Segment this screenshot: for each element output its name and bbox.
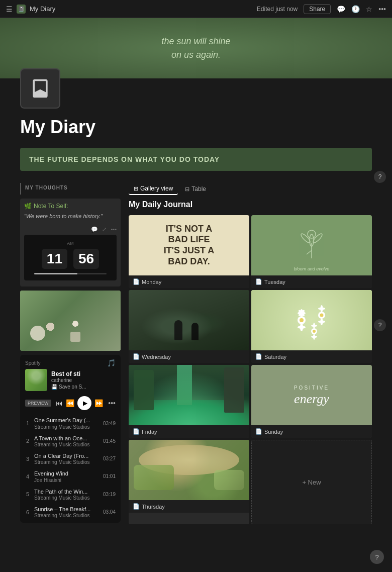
quote-line2: on us again.: [161, 48, 230, 62]
save-button[interactable]: 💾 Save on S...: [51, 384, 116, 390]
skip-back-icon[interactable]: ⏮: [56, 399, 63, 407]
clock-bar-fill: [34, 273, 77, 274]
gallery-item-friday[interactable]: 📄 Friday: [129, 365, 249, 438]
track-item[interactable]: 3 On a Clear Day (Fro... Streaming Music…: [20, 450, 121, 467]
more-icon[interactable]: •••: [378, 5, 386, 13]
thumb-tuesday: bloom and evolve: [251, 215, 372, 275]
gallery-item-monday[interactable]: IT'S NOT ABAD LIFEIT'S JUST ABAD DAY. 📄 …: [129, 215, 249, 288]
more-options-icon[interactable]: •••: [108, 399, 116, 407]
spotify-widget: Spotify 🎵 Best of sti catherine 💾 Save o…: [20, 355, 121, 523]
waterfall-stream: [177, 365, 192, 405]
note-quote: "We were born to make history.": [24, 213, 117, 220]
spotify-controls: PREVIEW ⏮ ⏪ ▶ ⏩ •••: [20, 394, 121, 412]
sunday-positive: POSITIVE: [294, 385, 329, 391]
silhouette-2: [191, 323, 199, 340]
page-icon: 📄: [133, 353, 140, 360]
tab-gallery-view[interactable]: ⊞ Gallery view: [129, 183, 178, 195]
help-button-2[interactable]: ?: [374, 319, 386, 331]
preview-badge: PREVIEW: [25, 400, 51, 407]
tab-table[interactable]: ⊟ Table: [180, 183, 211, 195]
gallery-item-thursday[interactable]: 📄 Thursday: [129, 440, 249, 524]
gallery-label-saturday: 📄 Saturday: [251, 350, 372, 363]
page-icon: 📄: [255, 428, 262, 435]
play-button[interactable]: ▶: [77, 396, 91, 410]
tree-left: [134, 370, 154, 410]
svg-point-18: [318, 308, 325, 310]
page-title-area: My Diary: [0, 109, 392, 142]
page-icon: 📄: [133, 503, 140, 510]
svg-point-11: [298, 326, 306, 329]
gallery-item-saturday[interactable]: 📄 Saturday: [251, 290, 372, 363]
spotify-album: Best of sti catherine 💾 Save on S...: [20, 369, 121, 394]
chat-icon[interactable]: 💬: [91, 226, 98, 233]
leaf-icon: 🌿: [24, 203, 32, 210]
track-item[interactable]: 5 The Path of the Win... Streaming Music…: [20, 486, 121, 503]
gallery-item-new[interactable]: + New: [251, 440, 372, 524]
gallery-item-sunday[interactable]: POSITIVE energy 📄 Sunday: [251, 365, 372, 438]
spotify-label: Spotify: [25, 360, 41, 366]
rewind-icon[interactable]: ⏪: [66, 399, 74, 407]
clock-minutes: 56: [73, 249, 99, 269]
banner-block: THE FUTURE DEPENDS ON WHAT YOU DO TODAY: [20, 148, 372, 171]
album-art-inner: [25, 369, 47, 391]
gallery-title: My Daily Journal: [129, 200, 372, 209]
spotify-icon: 🎵: [107, 359, 116, 367]
track-item[interactable]: 6 Sunrise – The Breakf... Streaming Musi…: [20, 503, 121, 521]
play-icon: ▶: [83, 400, 87, 407]
top-bar-right: Edited just now Share 💬 🕐 ☆ •••: [257, 4, 386, 14]
gallery-label-friday: 📄 Friday: [129, 425, 249, 438]
sunday-energy: energy: [294, 393, 329, 406]
book-icon: [29, 77, 51, 100]
help-button-bottom[interactable]: ?: [370, 550, 384, 564]
green-flatlay-photo: [20, 291, 121, 351]
page-icon: 📄: [133, 428, 140, 435]
note-to-self: 🌿 Note To Self: "We were born to make hi…: [20, 199, 121, 287]
banner-text: THE FUTURE DEPENDS ON WHAT YOU DO TODAY: [29, 155, 220, 163]
header-quote: the sun will shine on us again.: [161, 35, 230, 62]
thumb-saturday: [251, 290, 372, 350]
thumb-thursday: [129, 440, 249, 500]
track-list: 1 One Summer's Day (... Streaming Music …: [20, 412, 121, 523]
flower-svg: [291, 224, 332, 264]
table-icon: ⊟: [185, 186, 189, 193]
star-icon[interactable]: ☆: [366, 5, 372, 13]
page-title: My Diary: [20, 117, 372, 138]
dots-icon[interactable]: •••: [111, 226, 117, 233]
page-icon-large: [20, 68, 60, 109]
clock-icon[interactable]: 🕐: [351, 5, 360, 13]
gallery-item-wednesday[interactable]: 📄 Wednesday: [129, 290, 249, 363]
daisy-bg: [251, 290, 372, 350]
album-info: Best of sti catherine 💾 Save on S...: [51, 370, 116, 390]
spotify-header: Spotify 🎵: [20, 355, 121, 369]
thumb-sunday: POSITIVE energy: [251, 365, 372, 425]
page-icon: 📄: [133, 278, 140, 285]
silhouette-1: [174, 320, 182, 340]
fast-forward-icon[interactable]: ⏩: [94, 399, 103, 407]
svg-point-15: [320, 314, 324, 317]
track-item[interactable]: 4 Evening Wind Joe Hisaishi 01:01: [20, 467, 121, 485]
page-icon: 📄: [255, 278, 262, 285]
top-bar: ☰ 📓 My Diary Edited just now Share 💬 🕐 ☆…: [0, 0, 392, 18]
share-button[interactable]: Share: [304, 4, 331, 14]
menu-icon[interactable]: ☰: [6, 5, 13, 13]
clock-display: 11 56: [28, 249, 113, 269]
top-bar-left: ☰ 📓 My Diary: [6, 5, 55, 14]
thumb-friday: [129, 365, 249, 425]
gallery-label-sunday: 📄 Sunday: [251, 425, 372, 438]
comment-icon[interactable]: 💬: [337, 5, 345, 13]
gallery-label-wednesday: 📄 Wednesday: [129, 350, 249, 363]
expand-icon[interactable]: ⤢: [102, 226, 107, 233]
gallery-icon: ⊞: [134, 185, 138, 192]
edit-status: Edited just now: [257, 6, 298, 13]
svg-point-7: [300, 318, 304, 322]
ctrl-icons: ⏮ ⏪ ▶ ⏩: [56, 396, 103, 410]
album-artist: catherine: [51, 377, 116, 383]
greens-2: [214, 470, 244, 490]
gallery-item-tuesday[interactable]: bloom and evolve 📄 Tuesday: [251, 215, 372, 288]
gallery-tabs: ⊞ Gallery view ⊟ Table: [129, 183, 372, 195]
gallery-label-thursday: 📄 Thursday: [129, 500, 249, 513]
track-item[interactable]: 1 One Summer's Day (... Streaming Music …: [20, 414, 121, 432]
svg-point-24: [311, 325, 317, 327]
help-button-1[interactable]: ?: [374, 171, 386, 183]
track-item[interactable]: 2 A Town with an Oce... Streaming Music …: [20, 432, 121, 450]
